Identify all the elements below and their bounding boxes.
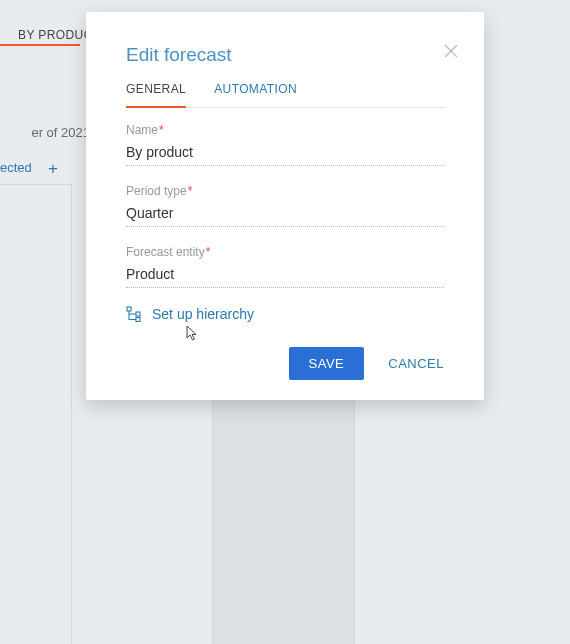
svg-rect-2 <box>127 307 131 311</box>
field-period-type: Period type* <box>126 184 444 227</box>
name-input[interactable] <box>126 141 444 166</box>
period-label: Period type* <box>126 184 444 198</box>
tab-automation[interactable]: AUTOMATION <box>214 82 297 107</box>
save-button[interactable]: SAVE <box>289 347 365 380</box>
name-label-text: Name <box>126 123 158 137</box>
entity-label: Forecast entity* <box>126 245 444 259</box>
edit-forecast-modal: Edit forecast GENERAL AUTOMATION Name* P… <box>86 12 484 400</box>
cancel-button[interactable]: CANCEL <box>388 356 444 371</box>
field-forecast-entity: Forecast entity* <box>126 245 444 288</box>
required-asterisk: * <box>188 184 193 198</box>
bg-tab-label[interactable]: BY PRODUC <box>18 28 93 42</box>
bg-period-label: er of 2021 <box>0 125 90 140</box>
hierarchy-link-text: Set up hierarchy <box>152 306 254 322</box>
modal-title: Edit forecast <box>126 44 232 66</box>
close-button[interactable] <box>444 44 462 62</box>
svg-rect-4 <box>136 318 140 322</box>
field-name: Name* <box>126 123 444 166</box>
modal-body: Name* Period type* Forecast entity* Set <box>126 123 444 322</box>
period-input[interactable] <box>126 202 444 227</box>
required-asterisk: * <box>159 123 164 137</box>
svg-rect-3 <box>136 312 140 316</box>
bg-divider <box>0 184 72 185</box>
entity-label-text: Forecast entity <box>126 245 205 259</box>
required-asterisk: * <box>206 245 211 259</box>
modal-tabs: GENERAL AUTOMATION <box>126 82 444 108</box>
bg-expected-link[interactable]: ected <box>0 160 32 175</box>
setup-hierarchy-link[interactable]: Set up hierarchy <box>126 306 444 322</box>
name-label: Name* <box>126 123 444 137</box>
bg-tab-underline <box>0 44 80 46</box>
bg-col-divider <box>71 185 72 644</box>
hierarchy-icon <box>126 306 142 322</box>
entity-input[interactable] <box>126 263 444 288</box>
tab-general[interactable]: GENERAL <box>126 82 186 107</box>
plus-icon[interactable]: + <box>48 159 58 179</box>
period-label-text: Period type <box>126 184 187 198</box>
modal-actions: SAVE CANCEL <box>289 347 444 380</box>
close-icon <box>444 44 458 58</box>
